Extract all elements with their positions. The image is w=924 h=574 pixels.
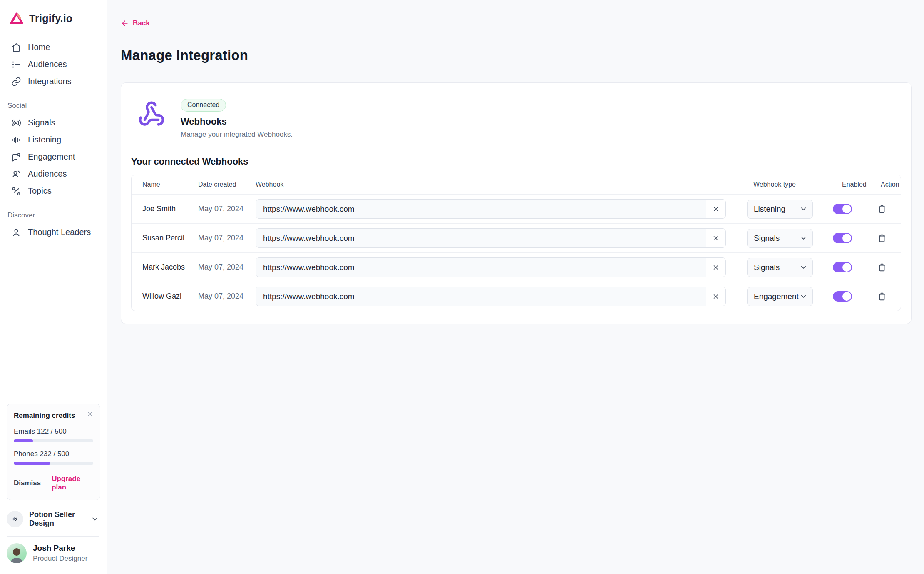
profile-name: Josh Parke [33,544,87,553]
clear-url-button[interactable] [706,258,725,277]
webhook-type-value: Signals [754,263,780,272]
sidebar-item-label: Thought Leaders [28,227,91,237]
status-badge: Connected [181,99,226,112]
trash-icon [877,205,887,214]
sidebar-item-audiences-social[interactable]: Audiences [0,165,107,182]
close-icon[interactable] [85,409,94,419]
back-button[interactable]: Back [121,19,150,27]
sidebar-item-label: Audiences [28,169,67,179]
delete-webhook-button[interactable] [877,292,887,301]
credits-title: Remaining credits [14,412,93,420]
webhook-url-group [256,199,726,219]
sidebar-item-label: Engagement [28,152,75,162]
webhook-url-input[interactable] [256,258,706,277]
webhooks-table: Name Date created Webhook Webhook type E… [131,175,901,311]
waveform-icon [11,135,21,145]
webhook-date: May 07, 2024 [198,263,256,272]
workspace-avatar [7,511,23,527]
sidebar-item-label: Audiences [28,60,67,69]
sidebar-item-engagement[interactable]: Engagement [0,148,107,165]
table-header-row: Name Date created Webhook Webhook type E… [132,175,901,194]
column-header-action: Action [874,181,901,188]
route-icon [11,186,21,196]
person-icon [11,227,21,237]
sidebar-item-label: Signals [28,118,55,127]
avatar [7,543,27,563]
arrow-left-icon [121,19,129,27]
chevron-down-icon [800,292,807,300]
trash-icon [877,263,887,272]
sidebar-item-audiences[interactable]: Audiences [0,56,107,73]
chat-bubble-icon [11,152,21,162]
link-icon [11,77,21,87]
sidebar-item-home[interactable]: Home [0,39,107,56]
integration-title: Webhooks [181,116,293,127]
sidebar: Trigify.io Home Audiences Integrations S… [0,0,107,574]
table-row: Joe Smith May 07, 2024 Listening [132,194,901,223]
close-icon [712,293,720,300]
delete-webhook-button[interactable] [877,234,887,243]
enabled-toggle[interactable] [833,291,852,302]
delete-webhook-button[interactable] [877,263,887,272]
webhook-type-dropdown[interactable]: Signals [747,258,813,277]
enabled-toggle[interactable] [833,233,852,243]
webhook-type-value: Listening [754,205,785,214]
enabled-toggle[interactable] [833,204,852,214]
clear-url-button[interactable] [706,229,725,247]
upgrade-plan-link[interactable]: Upgrade plan [52,475,93,492]
webhook-type-dropdown[interactable]: Engagement [747,287,813,306]
integration-subtitle: Manage your integrated Webhooks. [181,130,293,139]
webhook-url-group [256,287,726,306]
sidebar-item-listening[interactable]: Listening [0,131,107,148]
enabled-toggle[interactable] [833,262,852,272]
trash-icon [877,292,887,301]
webhook-type-value: Engagement [754,292,799,301]
sidebar-item-label: Home [28,42,50,52]
chevron-down-icon [91,515,99,523]
broadcast-icon [11,118,21,128]
dismiss-button[interactable]: Dismiss [14,479,41,487]
webhook-url-input[interactable] [256,287,706,306]
chevron-down-icon [800,234,807,242]
sidebar-item-signals[interactable]: Signals [0,114,107,131]
webhook-type-dropdown[interactable]: Listening [747,200,813,219]
sidebar-item-integrations[interactable]: Integrations [0,73,107,90]
table-row: Susan Percil May 07, 2024 Signals [132,223,901,252]
close-icon [712,205,720,213]
close-icon [712,235,720,242]
workspace-selector[interactable]: Potion Seller Design [0,507,107,531]
webhook-url-group [256,257,726,277]
webhook-date: May 07, 2024 [198,234,256,242]
back-label: Back [133,19,150,27]
webhook-url-input[interactable] [256,200,706,218]
clear-url-button[interactable] [706,200,725,218]
logo[interactable]: Trigify.io [0,0,107,34]
sidebar-item-label: Listening [28,135,61,145]
clear-url-button[interactable] [706,287,725,306]
home-icon [11,42,21,52]
workspace-name: Potion Seller Design [29,510,85,528]
list-icon [11,60,21,70]
emails-progress-track [14,439,93,442]
phones-progress-track [14,462,93,465]
remaining-credits-panel: Remaining credits Emails 122 / 500 Phone… [7,404,100,500]
section-title: Your connected Webhooks [131,156,901,167]
webhook-name: Mark Jacobs [132,263,198,272]
webhook-date: May 07, 2024 [198,292,256,301]
column-header-type: Webhook type [747,181,830,188]
webhook-icon [138,100,165,128]
emails-progress-fill [14,439,33,442]
webhook-type-value: Signals [754,234,780,243]
phones-progress-fill [14,462,50,465]
sidebar-item-thought-leaders[interactable]: Thought Leaders [0,224,107,241]
profile-row[interactable]: Josh Parke Product Designer [0,542,107,574]
sidebar-item-topics[interactable]: Topics [0,182,107,200]
chevron-down-icon [800,263,807,271]
webhook-type-dropdown[interactable]: Signals [747,229,813,248]
webhook-name: Joe Smith [132,205,198,213]
delete-webhook-button[interactable] [877,205,887,214]
column-header-name: Name [132,181,198,188]
webhook-url-input[interactable] [256,229,706,247]
logo-text: Trigify.io [29,12,72,25]
integration-card: Connected Webhooks Manage your integrate… [121,82,912,324]
